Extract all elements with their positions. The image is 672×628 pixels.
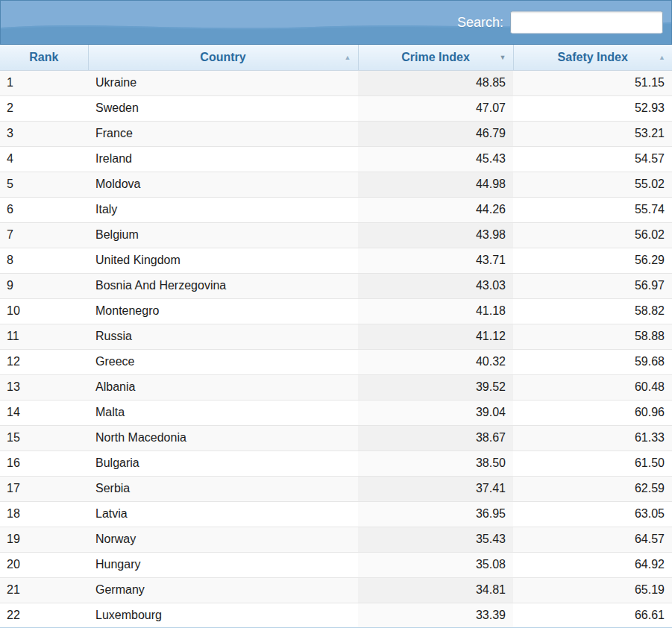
crime-index-cell: 46.79 — [358, 121, 513, 146]
table-header-row: RankCountry▲Crime Index▼Safety Index▲ — [0, 45, 672, 70]
table-row: 8United Kingdom43.7156.29 — [0, 248, 672, 273]
table-row: 20Hungary35.0864.92 — [0, 552, 672, 577]
table-row: 10Montenegro41.1858.82 — [0, 298, 672, 324]
rank-cell: 12 — [0, 349, 88, 374]
crime-index-cell: 34.81 — [358, 577, 513, 603]
table-row: 5Moldova44.9855.02 — [0, 172, 672, 197]
rank-cell: 11 — [0, 324, 88, 349]
crime-index-cell: 43.03 — [358, 273, 513, 298]
country-cell: United Kingdom — [88, 248, 358, 273]
column-label-country: Country — [200, 51, 245, 63]
table-row: 3France46.7953.21 — [0, 121, 672, 146]
search-area: Search: — [457, 11, 663, 34]
crime-index-cell: 43.98 — [358, 222, 513, 248]
column-header-rank[interactable]: Rank — [0, 45, 88, 70]
crime-index-cell: 43.71 — [358, 248, 513, 273]
table-row: 9Bosnia And Herzegovina43.0356.97 — [0, 273, 672, 298]
country-cell: Greece — [88, 349, 358, 374]
country-cell: Bulgaria — [88, 450, 358, 476]
crime-index-cell: 48.85 — [358, 70, 513, 95]
rank-cell: 3 — [0, 121, 88, 146]
country-cell: Ukraine — [88, 70, 358, 95]
crime-index-cell: 47.07 — [358, 95, 513, 121]
rank-cell: 10 — [0, 298, 88, 324]
table-row: 18Latvia36.9563.05 — [0, 501, 672, 527]
rankings-table: RankCountry▲Crime Index▼Safety Index▲ 1U… — [0, 45, 672, 628]
country-cell: Norway — [88, 527, 358, 552]
rank-cell: 22 — [0, 603, 88, 628]
table-row: 13Albania39.5260.48 — [0, 374, 672, 400]
crime-index-cell: 41.12 — [358, 324, 513, 349]
safety-index-cell: 60.48 — [513, 374, 672, 400]
safety-index-cell: 58.82 — [513, 298, 672, 324]
rank-cell: 2 — [0, 95, 88, 121]
rank-cell: 6 — [0, 197, 88, 222]
country-cell: Montenegro — [88, 298, 358, 324]
country-cell: Belgium — [88, 222, 358, 248]
table-row: 1Ukraine48.8551.15 — [0, 70, 672, 95]
table-row: 4Ireland45.4354.57 — [0, 146, 672, 172]
rank-cell: 9 — [0, 273, 88, 298]
country-cell: Latvia — [88, 501, 358, 527]
table-row: 22Luxembourg33.3966.61 — [0, 603, 672, 628]
crime-index-cell: 45.43 — [358, 146, 513, 172]
table-row: 21Germany34.8165.19 — [0, 577, 672, 603]
safety-index-cell: 56.02 — [513, 222, 672, 248]
safety-index-cell: 64.92 — [513, 552, 672, 577]
search-input[interactable] — [510, 11, 663, 34]
crime-index-cell: 36.95 — [358, 501, 513, 527]
country-cell: Russia — [88, 324, 358, 349]
crime-index-cell: 41.18 — [358, 298, 513, 324]
table-row: 19Norway35.4364.57 — [0, 527, 672, 552]
safety-index-cell: 65.19 — [513, 577, 672, 603]
rank-cell: 7 — [0, 222, 88, 248]
safety-index-cell: 58.88 — [513, 324, 672, 349]
column-header-country[interactable]: Country▲ — [88, 45, 358, 70]
sort-asc-icon: ▲ — [345, 54, 351, 60]
country-cell: France — [88, 121, 358, 146]
country-cell: Luxembourg — [88, 603, 358, 628]
table-row: 17Serbia37.4162.59 — [0, 476, 672, 501]
safety-index-cell: 61.33 — [513, 425, 672, 450]
crime-index-cell: 38.50 — [358, 450, 513, 476]
column-header-safety[interactable]: Safety Index▲ — [513, 45, 672, 70]
sort-desc-icon: ▼ — [500, 54, 506, 60]
crime-index-cell: 37.41 — [358, 476, 513, 501]
rank-cell: 15 — [0, 425, 88, 450]
column-label-safety: Safety Index — [558, 51, 628, 63]
safety-index-cell: 56.29 — [513, 248, 672, 273]
safety-index-cell: 62.59 — [513, 476, 672, 501]
rank-cell: 19 — [0, 527, 88, 552]
safety-index-cell: 54.57 — [513, 146, 672, 172]
country-cell: Hungary — [88, 552, 358, 577]
rank-cell: 14 — [0, 400, 88, 425]
crime-index-cell: 38.67 — [358, 425, 513, 450]
safety-index-cell: 59.68 — [513, 349, 672, 374]
crime-index-cell: 39.52 — [358, 374, 513, 400]
country-cell: Albania — [88, 374, 358, 400]
sort-asc-icon: ▲ — [659, 54, 665, 60]
rank-cell: 20 — [0, 552, 88, 577]
country-cell: Moldova — [88, 172, 358, 197]
table-row: 14Malta39.0460.96 — [0, 400, 672, 425]
table-row: 16Bulgaria38.5061.50 — [0, 450, 672, 476]
table-row: 2Sweden47.0752.93 — [0, 95, 672, 121]
rank-cell: 4 — [0, 146, 88, 172]
rank-cell: 5 — [0, 172, 88, 197]
safety-index-cell: 64.57 — [513, 527, 672, 552]
crime-rankings-page: Search: RankCountry▲Crime Index▼Safety I… — [0, 0, 672, 628]
country-cell: Serbia — [88, 476, 358, 501]
crime-index-cell: 39.04 — [358, 400, 513, 425]
table-row: 6Italy44.2655.74 — [0, 197, 672, 222]
crime-index-cell: 35.08 — [358, 552, 513, 577]
table-toolbar: Search: — [0, 0, 672, 45]
country-cell: North Macedonia — [88, 425, 358, 450]
table-row: 12Greece40.3259.68 — [0, 349, 672, 374]
crime-index-cell: 33.39 — [358, 603, 513, 628]
crime-index-cell: 40.32 — [358, 349, 513, 374]
column-header-crime[interactable]: Crime Index▼ — [358, 45, 513, 70]
country-cell: Bosnia And Herzegovina — [88, 273, 358, 298]
rank-cell: 8 — [0, 248, 88, 273]
country-cell: Ireland — [88, 146, 358, 172]
rank-cell: 17 — [0, 476, 88, 501]
